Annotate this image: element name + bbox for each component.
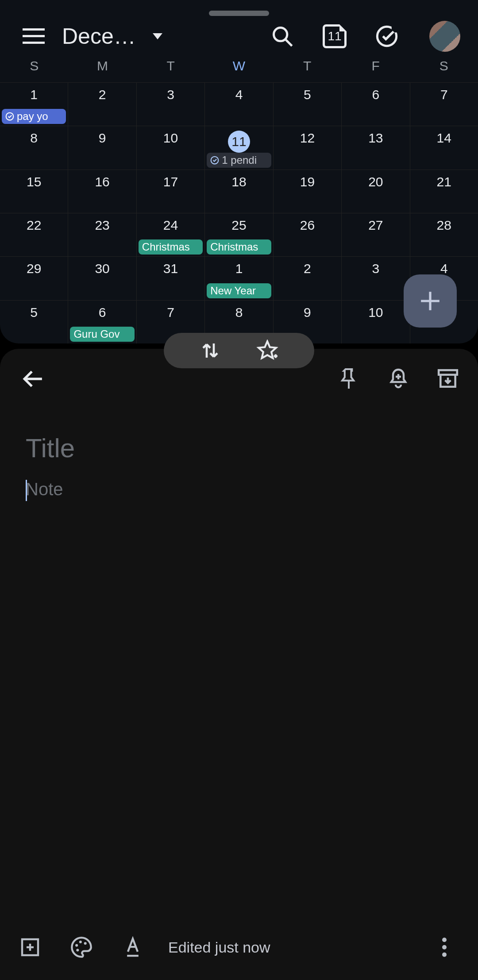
calendar-cell[interactable]: 2 [274, 257, 342, 300]
day-number: 17 [137, 174, 204, 189]
today-button[interactable]: 11 [321, 23, 348, 50]
swap-vertical-icon [200, 340, 221, 361]
event-chip[interactable]: pay yo [2, 109, 66, 124]
svg-point-22 [75, 944, 78, 947]
day-number: 24 [137, 218, 204, 233]
calendar-cell[interactable]: 24Christmas [137, 213, 205, 256]
calendar-cell[interactable]: 7 [410, 83, 478, 126]
add-content-button[interactable] [18, 935, 42, 960]
calendar-cell[interactable]: 8 [0, 126, 68, 169]
svg-point-24 [84, 942, 87, 945]
swap-apps-button[interactable] [200, 340, 221, 361]
calendar-cell[interactable]: 19 [274, 170, 342, 213]
day-number: 27 [342, 218, 409, 233]
day-number: 15 [0, 174, 68, 189]
calendar-cell[interactable]: 13 [342, 126, 410, 169]
svg-point-25 [76, 949, 79, 951]
calendar-cell[interactable]: 10 [342, 301, 410, 343]
day-number: 18 [205, 174, 273, 189]
calendar-cell[interactable]: 31 [137, 257, 205, 300]
note-title-input[interactable] [26, 433, 452, 463]
calendar-cell[interactable]: 1pay yo [0, 83, 68, 126]
calendar-cell[interactable]: 27 [342, 213, 410, 256]
calendar-cell[interactable]: 21 [410, 170, 478, 213]
day-header: T [137, 58, 205, 81]
calendar-cell[interactable]: 5 [274, 83, 342, 126]
calendar-cell[interactable]: 10 [137, 126, 205, 169]
calendar-cell[interactable]: 26 [274, 213, 342, 256]
calendar-cell[interactable]: 14 [410, 126, 478, 169]
event-chip[interactable]: Guru Gov [70, 327, 134, 342]
edited-timestamp: Edited just now [168, 939, 270, 956]
calendar-cell[interactable]: 1New Year [205, 257, 273, 300]
calendar-cell[interactable]: 17 [137, 170, 205, 213]
calendar-row: 1pay yo234567 [0, 82, 478, 126]
day-number: 9 [68, 131, 136, 146]
calendar-cell[interactable]: 20 [342, 170, 410, 213]
text-cursor [26, 480, 27, 501]
create-event-fab[interactable] [404, 274, 457, 328]
day-number: 1 [0, 87, 68, 102]
day-of-week-header: SMTWTFS [0, 58, 478, 81]
day-header: F [341, 58, 409, 81]
pin-button[interactable] [336, 367, 361, 391]
text-format-button[interactable] [120, 935, 145, 960]
event-chip[interactable]: New Year [207, 283, 271, 298]
color-button[interactable] [69, 935, 94, 960]
calendar-cell[interactable]: 12 [274, 126, 342, 169]
favorite-split-button[interactable] [256, 340, 278, 362]
calendar-cell[interactable]: 6 [342, 83, 410, 126]
day-number: 30 [68, 261, 136, 276]
event-chip[interactable]: Christmas [139, 239, 203, 255]
calendar-cell[interactable]: 22 [0, 213, 68, 256]
calendar-cell[interactable]: 5 [0, 301, 68, 343]
more-vert-icon [442, 938, 447, 957]
calendar-cell[interactable]: 28 [410, 213, 478, 256]
more-options-button[interactable] [432, 935, 457, 960]
menu-button[interactable] [21, 24, 46, 49]
bell-add-icon [388, 367, 409, 391]
calendar-cell[interactable]: 15 [0, 170, 68, 213]
search-icon [271, 25, 294, 48]
day-number: 20 [342, 174, 409, 189]
tasks-button[interactable] [374, 23, 400, 50]
day-number: 31 [137, 261, 204, 276]
day-number: 5 [0, 305, 68, 320]
search-button[interactable] [269, 23, 296, 50]
calendar-cell[interactable]: 23 [68, 213, 136, 256]
today-day-number: 11 [228, 131, 250, 153]
svg-point-8 [6, 113, 14, 120]
calendar-cell[interactable]: 16 [68, 170, 136, 213]
back-button[interactable] [19, 366, 46, 392]
day-number: 22 [0, 218, 68, 233]
profile-avatar[interactable] [429, 21, 460, 52]
keep-app: Edited just now [0, 349, 478, 980]
split-drag-handle[interactable] [209, 11, 269, 16]
calendar-cell[interactable]: 111 pendi [205, 126, 273, 169]
task-icon [210, 156, 219, 165]
day-number: 3 [137, 87, 204, 102]
day-number: 26 [274, 218, 341, 233]
day-number: 1 [205, 261, 273, 276]
note-body-input[interactable] [26, 479, 452, 499]
archive-button[interactable] [436, 367, 460, 391]
calendar-cell[interactable]: 3 [342, 257, 410, 300]
day-number: 25 [205, 218, 273, 233]
event-chip[interactable]: 1 pendi [207, 153, 271, 168]
calendar-cell[interactable]: 4 [205, 83, 273, 126]
calendar-cell[interactable]: 30 [68, 257, 136, 300]
calendar-cell[interactable]: 6Guru Gov [68, 301, 136, 343]
calendar-cell[interactable]: 2 [68, 83, 136, 126]
reminder-button[interactable] [386, 367, 411, 391]
calendar-cell[interactable]: 3 [137, 83, 205, 126]
day-header: S [0, 58, 68, 81]
calendar-cell[interactable]: 25Christmas [205, 213, 273, 256]
calendar-cell[interactable]: 9 [68, 126, 136, 169]
event-chip[interactable]: Christmas [207, 239, 271, 255]
day-number: 19 [274, 174, 341, 189]
svg-point-4 [274, 28, 287, 41]
calendar-cell[interactable]: 18 [205, 170, 273, 213]
month-dropdown[interactable]: Dece… [62, 24, 162, 49]
calendar-row: 8910111 pendi121314 [0, 126, 478, 169]
calendar-cell[interactable]: 29 [0, 257, 68, 300]
